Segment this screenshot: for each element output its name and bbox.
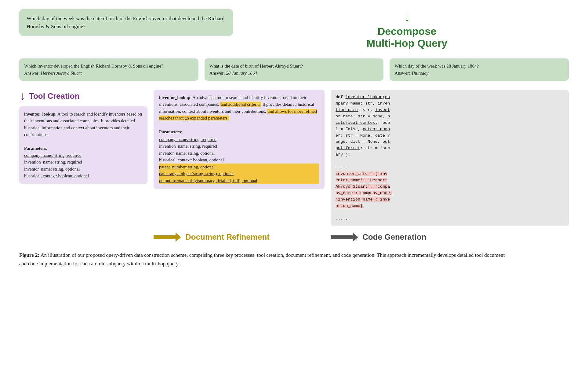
cg-param-inven: inven	[378, 101, 390, 106]
sub-query-1: Which inventor developed the English Ric…	[19, 58, 198, 81]
tc-param-4-name: historical_context	[24, 173, 56, 178]
cg-param-istorical: istorical_context	[336, 120, 378, 125]
dr-param-7: output_format: string(summary, detailed,…	[159, 177, 319, 184]
sub-query-3: Which day of the week was 28 January 186…	[390, 58, 569, 81]
tc-param-1-name: company_name	[24, 153, 52, 158]
cg-bool: l = False,	[336, 127, 363, 131]
doc-refinement-col: inventor_lookup: An advanced tool to sea…	[154, 90, 325, 189]
cg-param-tion: tion_name	[336, 108, 358, 112]
sub-query-row: Which inventor developed the English Ric…	[19, 58, 569, 81]
tc-tool-name: inventor_lookup	[24, 112, 55, 116]
dr-param-2: invention_name: string, required	[159, 143, 319, 149]
tc-param-2-detail: : string, required	[53, 160, 82, 164]
tc-param-3-detail: : string, optional	[51, 167, 80, 171]
main-container: Which day of the week was the date of bi…	[19, 9, 569, 268]
dr-param-7-name: output_format	[159, 178, 184, 183]
tc-params-label: Parameters	[24, 146, 46, 151]
sub-query-2-answer: Answer: 28 January 1864	[209, 70, 379, 77]
dr-param-3: inventor_name: string, optional	[159, 150, 319, 157]
cg-ny: ny_name': company_name,	[336, 191, 392, 195]
dr-param-5: patent_number: string, optional	[159, 164, 319, 170]
code-gen-col: def inventor_lookup(co mpany_name: str, …	[331, 90, 569, 226]
dr-highlight-1: and additional criteria.	[220, 102, 261, 107]
decompose-title-line1: Decompose	[378, 25, 437, 37]
tc-param-1-detail: : string, required	[52, 153, 82, 158]
middle-row: ↓ Tool Creation inventor_lookup: A tool …	[19, 90, 569, 226]
tool-creation-col: ↓ Tool Creation inventor_lookup: A tool …	[19, 90, 147, 184]
cg-invention: 'invention_name': inve	[336, 197, 390, 202]
cg-ary: ary'):	[336, 152, 350, 157]
cg-inventor-name: entor_name': 'Herbert	[336, 178, 387, 182]
cg-param-mpany: mpany_name	[336, 101, 360, 106]
tool-creation-arrow-icon: ↓	[19, 90, 25, 102]
tc-param-1: company_name: string, required	[24, 152, 143, 159]
cg-col5: : str = None,	[340, 133, 375, 138]
arrows-row: Document Refinement Code Generation	[19, 232, 569, 242]
tc-param-2: invention_name: string, required	[24, 159, 143, 165]
figure-caption-text: An illustration of our proposed query-dr…	[19, 252, 505, 266]
cg-def-kw: def	[336, 95, 345, 99]
tc-param-3-name: inventor_name	[24, 167, 51, 171]
sub-query-2-question: What is the date of birth of Herbert Akr…	[209, 63, 379, 70]
main-query-box: Which day of the week was the date of bi…	[19, 9, 233, 36]
cg-param-ange: ange	[336, 139, 345, 144]
code-gen-arrow-section: Code Generation	[331, 232, 569, 242]
cg-param-co: co	[385, 95, 390, 99]
dr-tool-name: inventor_lookup	[159, 95, 190, 100]
cg-inventor-info: inventor_info = {'inv	[336, 171, 387, 176]
sub-query-3-answer: Answer: Thursday	[394, 70, 564, 77]
cg-dots2: ......	[336, 216, 350, 221]
cg-ntion: ntion_name}	[336, 204, 363, 208]
cg-param-out: out	[383, 139, 390, 144]
answer-label-3: Answer:	[394, 71, 410, 76]
cg-param-put: put_format	[336, 146, 360, 150]
tc-param-3: inventor_name: string, optional	[24, 166, 143, 172]
dr-param-1: company_name: string, required	[159, 136, 319, 143]
cg-col2: : str,	[358, 108, 375, 112]
code-gen-arrow-label: Code Generation	[362, 232, 426, 242]
cg-col4: : boo	[378, 120, 390, 125]
dr-params-list: company_name: string, required invention…	[159, 136, 319, 184]
dr-param-6: date_range: object(string, string), opti…	[159, 170, 319, 177]
answer-label-2: Answer:	[209, 71, 225, 76]
dr-param-2-name: invention_name	[159, 144, 187, 149]
tool-creation-box: inventor_lookup: A tool to search and id…	[19, 106, 147, 184]
tc-param-4: historical_context: boolean, optional	[24, 172, 143, 179]
tc-params-list: company_name: string, required invention…	[24, 152, 143, 179]
doc-refinement-arrow-section: Document Refinement	[154, 232, 325, 242]
answer-value-3: Thursday	[411, 71, 429, 76]
main-query-text: Which day of the week was the date of bi…	[27, 16, 224, 29]
code-gen-fat-arrow-icon	[331, 233, 358, 242]
answer-value-1: Herbert Akroyd Stuart	[41, 71, 82, 76]
code-gen-box: def inventor_lookup(co mpany_name: str, …	[331, 90, 569, 226]
sub-query-2: What is the date of birth of Herbert Akr…	[205, 58, 384, 81]
cg-param-invent: invent	[375, 108, 390, 112]
dr-param-4-name: historical_context	[159, 157, 191, 162]
dr-params-label: Parameters	[159, 129, 181, 134]
figure-caption: Figure 2: An illustration of our propose…	[19, 251, 508, 267]
sub-query-3-question: Which day of the week was 28 January 186…	[394, 63, 564, 70]
dr-param-5-name: patent_number	[159, 164, 186, 169]
cg-dots1: ......	[336, 165, 350, 170]
answer-value-2: 28 January 1864	[226, 71, 257, 76]
tool-creation-title: Tool Creation	[29, 91, 80, 101]
dr-param-6-name: date_range	[159, 171, 179, 176]
cg-param-patent: patent_numb	[363, 127, 390, 131]
top-query-row: Which day of the week was the date of bi…	[19, 9, 569, 49]
cg-col7: : str = 'sum	[360, 146, 390, 150]
dr-param-4: historical_context: boolean, optional	[159, 157, 319, 163]
dr-param-1-name: company_name	[159, 137, 187, 142]
figure-label: Figure 2:	[19, 252, 39, 258]
tc-param-2-name: invention_name	[24, 160, 53, 164]
cg-akroyd: Akroyd Stuart', 'compa	[336, 184, 390, 189]
cg-param-or: or_name	[336, 114, 353, 119]
decompose-arrow-icon: ↓	[404, 11, 410, 24]
doc-refinement-fat-arrow-icon	[154, 233, 181, 242]
tc-param-4-detail: : boolean, optional	[56, 173, 89, 178]
cg-col3: : str = None,	[353, 114, 387, 119]
doc-refinement-box: inventor_lookup: An advanced tool to sea…	[154, 90, 325, 189]
cg-paren-open: (	[383, 95, 385, 99]
cg-func-name: inventor_lookup	[345, 95, 383, 99]
dr-param-3-name: inventor_name	[159, 151, 186, 156]
sub-query-1-question: Which inventor developed the English Ric…	[24, 63, 194, 70]
